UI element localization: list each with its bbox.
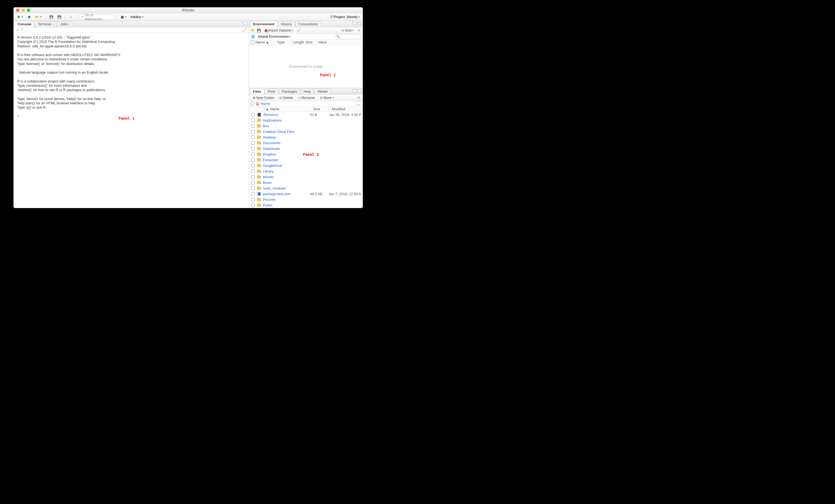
file-checkbox[interactable] — [251, 198, 255, 201]
file-row[interactable]: Music — [249, 180, 363, 185]
files-select-all-checkbox[interactable] — [251, 102, 254, 105]
file-checkbox[interactable] — [251, 164, 255, 167]
file-name[interactable]: Library — [263, 169, 310, 173]
file-name[interactable]: Box — [263, 124, 310, 128]
file-checkbox[interactable] — [251, 186, 255, 190]
file-name[interactable]: Public — [263, 203, 310, 207]
file-checkbox[interactable] — [251, 203, 255, 207]
col-filesize[interactable]: Size — [311, 106, 330, 112]
col-name[interactable]: Name ▲ — [254, 40, 276, 45]
tab-help[interactable]: Help — [301, 88, 314, 94]
file-row[interactable]: Pictures — [249, 197, 363, 202]
console-popout-icon[interactable]: ⇗ — [20, 28, 23, 32]
file-row[interactable]: Creative Cloud Files — [249, 129, 363, 135]
file-row[interactable]: package-lock.json48.3 KBApr 7, 2018, 12:… — [249, 191, 363, 197]
tab-connections[interactable]: Connections — [296, 21, 321, 27]
col-modified[interactable]: Modified — [330, 106, 363, 112]
addins-button[interactable]: Addins — [129, 14, 145, 20]
file-row[interactable]: .Renviron52 BJan 26, 2019, 4:38 PM — [249, 112, 363, 118]
file-name[interactable]: .Renviron — [263, 113, 310, 117]
col-length[interactable]: Length — [292, 40, 304, 45]
file-checkbox[interactable] — [251, 119, 255, 122]
file-name[interactable]: Downloads — [263, 147, 310, 151]
pane-maximize-button[interactable] — [358, 89, 361, 93]
file-checkbox[interactable] — [251, 141, 255, 145]
file-checkbox[interactable] — [251, 181, 255, 184]
file-checkbox[interactable] — [251, 192, 255, 196]
home-icon[interactable]: 🏠 — [255, 102, 260, 106]
tab-terminal[interactable]: Terminal× — [35, 21, 57, 27]
file-name[interactable]: Desktop — [263, 135, 310, 139]
tab-viewer[interactable]: Viewer — [314, 88, 331, 94]
close-icon[interactable]: × — [69, 23, 70, 26]
file-checkbox[interactable] — [251, 113, 255, 117]
console-output[interactable]: R version 3.5.2 (2018-12-20) -- "Eggshel… — [14, 33, 249, 208]
file-checkbox[interactable] — [251, 169, 255, 173]
file-row[interactable]: Extraction — [249, 157, 363, 163]
refresh-files-icon[interactable]: ⟳ — [357, 96, 361, 100]
refresh-env-icon[interactable]: ⟳ — [357, 28, 361, 33]
col-filename[interactable]: ▲ Name — [264, 106, 311, 112]
file-name[interactable]: Music — [263, 181, 310, 185]
file-name[interactable]: Documents — [263, 141, 310, 145]
file-checkbox[interactable] — [251, 175, 255, 179]
file-row[interactable]: Public — [249, 202, 363, 208]
file-name[interactable]: package-lock.json — [263, 192, 310, 196]
new-file-button[interactable]: ✚ — [15, 14, 24, 20]
file-checkbox[interactable] — [251, 158, 255, 162]
file-row[interactable]: Desktop — [249, 135, 363, 140]
file-name[interactable]: Extraction — [263, 158, 310, 162]
clear-console-icon[interactable]: 🧹 — [242, 28, 247, 32]
tab-packages[interactable]: Packages — [279, 88, 300, 94]
file-checkbox[interactable] — [251, 136, 255, 139]
tools-grid-button[interactable]: ▦ — [119, 14, 128, 20]
file-row[interactable]: Downloads — [249, 146, 363, 152]
file-name[interactable]: GoogleDrive — [263, 164, 310, 168]
file-row[interactable]: Library — [249, 168, 363, 174]
pane-maximize-button[interactable] — [243, 22, 247, 25]
file-row[interactable]: Applications — [249, 118, 363, 123]
tab-jobs[interactable]: Jobs× — [57, 21, 74, 27]
file-name[interactable]: Pictures — [263, 198, 310, 202]
more-button[interactable]: ⚙More — [318, 95, 335, 101]
tab-console[interactable]: Console — [15, 21, 34, 27]
path-dropdown[interactable]: … — [355, 102, 361, 106]
file-row[interactable]: Movies — [249, 174, 363, 180]
file-row[interactable]: GoogleDrive — [249, 163, 363, 168]
col-size[interactable]: Size — [304, 40, 317, 45]
rename-button[interactable]: ↪Rename — [296, 95, 316, 101]
new-folder-button[interactable]: ✚New Folder — [251, 95, 276, 101]
col-type[interactable]: Type — [276, 40, 292, 45]
file-checkbox[interactable] — [251, 130, 255, 134]
save-workspace-icon[interactable]: 💾 — [257, 28, 261, 33]
pane-minimize-button[interactable] — [352, 22, 356, 25]
new-project-button[interactable]: ⬢ — [26, 14, 33, 20]
file-name[interactable]: Applications — [263, 118, 310, 122]
env-view-mode[interactable]: ≡Grid — [339, 28, 355, 33]
load-workspace-icon[interactable]: 📂 — [251, 28, 255, 33]
save-all-button[interactable]: 💾 — [56, 14, 63, 20]
open-file-button[interactable]: 📂 — [34, 14, 43, 20]
file-checkbox[interactable] — [251, 147, 255, 150]
tab-plots[interactable]: Plots — [265, 88, 279, 94]
import-dataset-button[interactable]: 📥Import Dataset — [263, 28, 295, 33]
tab-files[interactable]: Files — [250, 88, 264, 94]
pane-maximize-button[interactable] — [358, 22, 361, 25]
print-button[interactable]: 🖨 — [67, 14, 75, 20]
file-row[interactable]: Documents — [249, 140, 363, 146]
tab-history[interactable]: History — [278, 21, 294, 27]
pane-minimize-button[interactable] — [352, 89, 356, 93]
file-row[interactable]: node_modules — [249, 185, 363, 191]
env-search-input[interactable]: 🔍 — [334, 34, 361, 39]
file-checkbox[interactable] — [251, 153, 255, 156]
file-name[interactable]: node_modules — [263, 186, 310, 190]
col-value[interactable]: Value — [317, 40, 363, 45]
tab-environment[interactable]: Environment — [250, 21, 277, 27]
file-name[interactable]: Creative Cloud Files — [263, 129, 310, 134]
clear-workspace-icon[interactable]: 🧹 — [297, 28, 301, 33]
save-button[interactable]: 💾 — [48, 14, 55, 20]
file-name[interactable]: Movies — [263, 175, 310, 179]
project-menu[interactable]: ⓇProject: (None) — [328, 14, 361, 20]
delete-button[interactable]: ⊘Delete — [277, 95, 294, 101]
file-checkbox[interactable] — [251, 124, 255, 128]
